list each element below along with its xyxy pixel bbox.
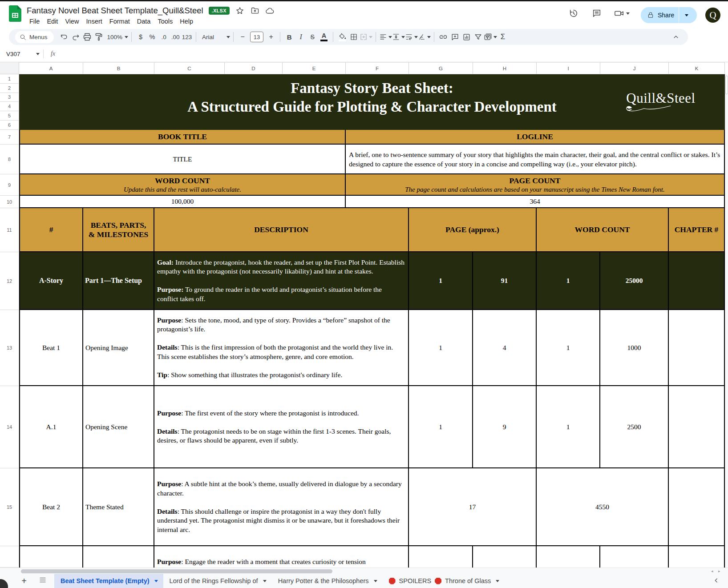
cell-r12-desc[interactable]: Goal: Introduce the protagonist, hook th… <box>154 252 409 310</box>
share-button[interactable]: Share <box>641 7 697 23</box>
create-filter-button[interactable] <box>472 31 484 43</box>
cell-r13-chapter[interactable] <box>669 310 725 386</box>
avatar[interactable]: Q <box>705 8 720 23</box>
format-currency[interactable]: $ <box>135 31 146 43</box>
hscroll-right-arrow[interactable]: ▸ <box>718 569 720 573</box>
insert-comment-button[interactable] <box>449 31 461 43</box>
menu-tools[interactable]: Tools <box>154 17 176 27</box>
cell-r15-wc[interactable]: 4550 <box>537 468 669 546</box>
undo-icon[interactable] <box>58 31 70 43</box>
cell-r15-beat[interactable]: Theme Stated <box>83 468 154 546</box>
scroll-tabs-left-icon[interactable] <box>713 577 720 585</box>
column-header-I[interactable]: I <box>537 62 600 74</box>
cell-r16-wc-a[interactable] <box>537 546 600 568</box>
bold-button[interactable]: B <box>283 31 295 43</box>
row-header-10[interactable]: 10 <box>0 196 19 208</box>
insert-chart-button[interactable] <box>461 31 472 43</box>
vertical-scrollbar[interactable] <box>725 74 728 568</box>
sheets-logo-icon[interactable] <box>9 5 21 22</box>
banner-a1[interactable]: Fantasy Story Beat Sheet: A Structured G… <box>19 74 725 130</box>
cell-r14-page-b[interactable]: 9 <box>473 386 537 468</box>
cell-r13-wc-a[interactable]: 1 <box>537 310 600 386</box>
text-rotation-button[interactable] <box>418 31 431 43</box>
row-header-14[interactable]: 14 <box>0 386 19 468</box>
row-header-6[interactable]: 6 <box>0 121 19 130</box>
row-header-3[interactable]: 3 <box>0 93 19 102</box>
fill-color-button[interactable] <box>336 31 348 43</box>
hscroll-left-arrow[interactable]: ◂ <box>711 569 713 573</box>
tab-beat-sheet-template[interactable]: Beat Sheet Template (Empty) <box>54 574 163 588</box>
row-header-2[interactable]: 2 <box>0 84 19 93</box>
decrease-font-size[interactable]: − <box>237 31 248 43</box>
column-header-J[interactable]: J <box>600 62 669 74</box>
cell-r16-chapter[interactable] <box>669 546 725 568</box>
horizontal-scrollbar-thumb[interactable] <box>21 569 332 573</box>
row-header-4[interactable]: 4 <box>0 102 19 111</box>
cell-page-count-header[interactable]: PAGE COUNT The page count and calculatio… <box>346 174 725 196</box>
row-header-8[interactable]: 8 <box>0 145 19 174</box>
text-wrap-button[interactable] <box>405 31 418 43</box>
column-header-G[interactable]: G <box>409 62 473 74</box>
font-select[interactable]: Arial <box>199 31 230 43</box>
row-header-12[interactable]: 12 <box>0 252 19 310</box>
increase-font-size[interactable]: + <box>265 31 277 43</box>
font-size-input[interactable]: 13 <box>250 32 263 42</box>
cell-r14-page-a[interactable]: 1 <box>409 386 473 468</box>
cell-r15-id[interactable]: Beat 2 <box>19 468 83 546</box>
row-header-13[interactable]: 13 <box>0 310 19 386</box>
column-header-H[interactable]: H <box>473 62 537 74</box>
cell-r14-wc-b[interactable]: 2500 <box>600 386 669 468</box>
header-num[interactable]: # <box>19 208 83 252</box>
filter-views-button[interactable] <box>484 31 497 43</box>
cell-page-count-value[interactable]: 364 <box>346 196 725 208</box>
cell-r16-page-b[interactable] <box>473 546 537 568</box>
cell-r16-id[interactable] <box>19 546 83 568</box>
cell-word-count-header[interactable]: WORD COUNT Update this and the rest will… <box>19 174 346 196</box>
vertical-align-button[interactable] <box>392 31 405 43</box>
select-all-corner[interactable] <box>0 62 19 74</box>
row-header-9[interactable]: 9 <box>0 174 19 196</box>
merge-cells-button[interactable] <box>360 31 372 43</box>
format-percent[interactable]: % <box>146 31 158 43</box>
cell-r16-desc[interactable]: Purpose: Engage the reader with a moment… <box>154 546 409 568</box>
header-description[interactable]: DESCRIPTION <box>154 208 409 252</box>
functions-button[interactable]: Σ <box>497 31 509 43</box>
strikethrough-button[interactable]: S <box>307 31 318 43</box>
row-header-7[interactable]: 7 <box>0 130 19 145</box>
decrease-decimals[interactable]: .0 <box>158 31 170 43</box>
name-box[interactable]: V307 <box>0 51 35 57</box>
insert-link-button[interactable] <box>437 31 449 43</box>
column-header-E[interactable]: E <box>283 62 346 74</box>
redo-icon[interactable] <box>70 31 81 43</box>
menu-view[interactable]: View <box>61 17 82 27</box>
meet-camera-icon[interactable] <box>614 8 630 19</box>
name-box-dropdown[interactable] <box>36 53 40 55</box>
cell-r15-chapter[interactable] <box>669 468 725 546</box>
comments-icon[interactable] <box>591 8 603 19</box>
menu-help[interactable]: Help <box>176 17 197 27</box>
move-folder-icon[interactable] <box>250 6 260 16</box>
cell-book-title-header[interactable]: BOOK TITLE <box>19 130 346 145</box>
column-header-D[interactable]: D <box>225 62 283 74</box>
menu-format[interactable]: Format <box>106 17 133 27</box>
menu-edit[interactable]: Edit <box>43 17 61 27</box>
menu-file[interactable]: File <box>26 17 43 27</box>
tab-throne-of-glass[interactable]: SPOILERS Throne of Glass <box>383 574 505 588</box>
cell-title-value[interactable]: TITLE <box>19 145 346 174</box>
all-sheets-menu[interactable] <box>36 576 49 586</box>
cell-r16-beat[interactable] <box>83 546 154 568</box>
column-header-B[interactable]: B <box>83 62 154 74</box>
sheet-table[interactable]: BOOK TITLE LOGLINE TITLE A brief, one to… <box>19 130 725 568</box>
cell-r14-wc-a[interactable]: 1 <box>537 386 600 468</box>
zoom-select[interactable]: 100% <box>105 31 129 43</box>
column-header-C[interactable]: C <box>154 62 225 74</box>
more-formats-123[interactable]: 123 <box>181 31 193 43</box>
row-header-11[interactable]: 11 <box>0 208 19 252</box>
version-history-icon[interactable] <box>568 8 579 19</box>
vertical-scrollbar-thumb[interactable] <box>725 76 728 94</box>
cell-r12-page-a[interactable]: 1 <box>409 252 473 310</box>
menus-search[interactable]: Menus <box>15 31 54 43</box>
menu-data[interactable]: Data <box>133 17 154 27</box>
share-dropdown[interactable] <box>679 14 692 16</box>
star-icon[interactable] <box>235 6 245 16</box>
